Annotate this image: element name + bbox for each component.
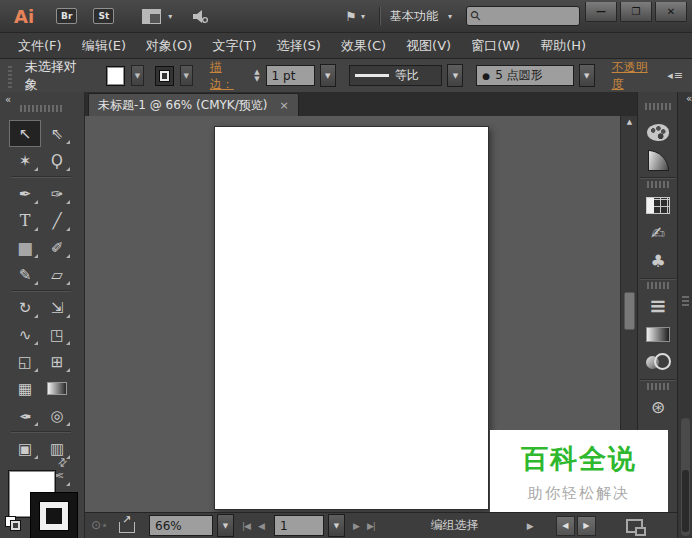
device-preview-icon[interactable]: ⊙﹡ xyxy=(91,517,109,534)
stroke-width-input[interactable]: 1 pt xyxy=(266,65,315,86)
swap-fill-stroke-icon[interactable]: ⇄ xyxy=(55,455,71,471)
scale-tool[interactable]: ⇲ xyxy=(41,294,73,321)
stroke-width-dropdown-icon[interactable]: ▼ xyxy=(320,64,336,87)
stepper-down-icon[interactable]: ▼ xyxy=(254,76,259,83)
fill-color-dropdown-icon[interactable]: ▼ xyxy=(131,65,144,86)
panel-scrollbar-thumb[interactable] xyxy=(682,470,689,532)
artboard[interactable] xyxy=(214,126,489,510)
stroke-profile-select[interactable]: 等比 xyxy=(349,65,443,86)
brushes-panel[interactable]: ✍ xyxy=(638,219,678,247)
document-tab[interactable]: 未标题-1 @ 66% (CMYK/预览) × xyxy=(88,93,299,116)
gradient-panel[interactable] xyxy=(638,320,678,348)
brush-select[interactable]: ● 5 点圆形 xyxy=(476,65,573,86)
menu-edit[interactable]: 编辑(E) xyxy=(72,37,136,55)
arrange-documents-icon[interactable] xyxy=(142,9,161,24)
eraser-tool[interactable]: ▱ xyxy=(41,261,73,288)
notifications-caret-icon[interactable]: ▾ xyxy=(361,12,365,21)
vertical-scrollbar-thumb[interactable] xyxy=(624,292,635,330)
fill-color-swatch[interactable] xyxy=(106,66,125,86)
panel-scrollbar-track[interactable] xyxy=(681,418,690,536)
stroke-color-dropdown-icon[interactable]: ▼ xyxy=(180,65,193,86)
dock-group-grip[interactable] xyxy=(647,181,669,188)
width-tool[interactable]: ∿ xyxy=(9,321,41,348)
stroke-panel[interactable]: ≡ xyxy=(638,292,678,320)
search-input[interactable] xyxy=(484,9,575,24)
zoom-level-select[interactable]: 66% xyxy=(149,515,213,536)
menu-view[interactable]: 视图(V) xyxy=(396,37,461,55)
pencil-tool[interactable]: ✎ xyxy=(9,261,41,288)
line-segment-tool[interactable]: ╱ xyxy=(41,207,73,234)
menu-object[interactable]: 对象(O) xyxy=(136,37,202,55)
opacity-panel-link[interactable]: 不透明度 xyxy=(612,59,657,93)
menu-type[interactable]: 文字(T) xyxy=(202,37,266,55)
symbols-panel[interactable]: ♣ xyxy=(638,247,678,275)
tools-panel-grip[interactable] xyxy=(20,105,64,112)
control-panel-menu-icon[interactable]: ◂≡ xyxy=(667,69,684,82)
strip-grip[interactable] xyxy=(682,295,689,306)
eyedropper-tool[interactable]: ✒ xyxy=(9,402,41,429)
magic-wand-tool[interactable]: ✶ xyxy=(9,147,41,174)
paintbrush-tool[interactable]: ✐ xyxy=(41,234,73,261)
prev-artboard-button[interactable]: ◀ xyxy=(254,521,268,531)
status-flyout-icon[interactable]: ▶ xyxy=(527,521,534,531)
stroke-profile-dropdown-icon[interactable]: ▼ xyxy=(447,64,463,87)
dock-group-grip[interactable] xyxy=(647,282,669,289)
free-transform-tool[interactable]: ◳ xyxy=(41,321,73,348)
menu-window[interactable]: 窗口(W) xyxy=(461,37,530,55)
menu-file[interactable]: 文件(F) xyxy=(8,37,72,55)
swatches-panel[interactable] xyxy=(638,191,678,219)
first-artboard-button[interactable]: |◀ xyxy=(238,521,254,531)
notifications-icon[interactable]: ⚑ xyxy=(345,9,357,24)
default-fill-stroke-icon[interactable] xyxy=(5,516,21,530)
perspective-grid-tool[interactable]: ⊞ xyxy=(41,348,73,375)
artboard-number-input[interactable]: 1 xyxy=(274,515,324,536)
sync-settings-icon[interactable] xyxy=(192,9,208,24)
rectangle-tool[interactable]: ■ xyxy=(9,234,41,261)
type-tool[interactable]: T xyxy=(9,207,41,234)
stroke-indicator-swatch[interactable] xyxy=(30,492,78,538)
shape-builder-tool[interactable]: ◱ xyxy=(9,348,41,375)
curvature-pen-tool[interactable]: ✑ xyxy=(41,180,73,207)
brush-dropdown-icon[interactable]: ▼ xyxy=(579,64,595,87)
scroll-up-icon[interactable]: ▲ xyxy=(621,118,638,126)
gradient-tool[interactable] xyxy=(41,375,73,402)
tab-close-icon[interactable]: × xyxy=(279,99,288,112)
lasso-tool[interactable]: Ϙ xyxy=(41,147,73,174)
workspace-switcher[interactable]: 基本功能 ▾ xyxy=(390,8,456,25)
direct-selection-tool[interactable]: ⇖ xyxy=(41,120,73,147)
dock-group-grip[interactable] xyxy=(647,383,669,390)
last-artboard-button[interactable]: ▶| xyxy=(363,521,379,531)
selection-tool[interactable]: ↖ xyxy=(9,120,41,147)
search-box[interactable]: ⚲ xyxy=(466,6,580,26)
collapse-dock-icon[interactable]: « xyxy=(686,94,691,104)
control-bar-grip[interactable] xyxy=(8,64,12,88)
bridge-button[interactable]: Br xyxy=(56,8,77,24)
collapse-tools-icon[interactable]: « xyxy=(5,95,10,105)
menu-effect[interactable]: 效果(C) xyxy=(331,37,396,55)
gradient-fan-panel[interactable] xyxy=(638,146,678,174)
close-button[interactable]: ✕ xyxy=(655,2,687,22)
blend-tool[interactable]: ◎ xyxy=(41,402,73,429)
cc-panel[interactable]: ⊛ xyxy=(638,393,678,421)
dock-grip[interactable] xyxy=(645,103,671,110)
next-artboard-button[interactable]: ▶ xyxy=(349,521,363,531)
stock-button[interactable]: St xyxy=(93,8,114,24)
pen-tool[interactable]: ✒ xyxy=(9,180,41,207)
stroke-panel-link[interactable]: 描边： xyxy=(210,59,243,93)
arrange-documents-caret-icon[interactable]: ▾ xyxy=(168,12,172,21)
stroke-width-stepper[interactable]: ▲ ▼ xyxy=(254,69,259,83)
menu-help[interactable]: 帮助(H) xyxy=(530,37,596,55)
scroll-right-button[interactable]: ▶ xyxy=(577,516,596,536)
rotate-tool[interactable]: ↻ xyxy=(9,294,41,321)
mesh-tool[interactable]: ▦ xyxy=(9,375,41,402)
artboard-dropdown-icon[interactable]: ▼ xyxy=(328,514,345,537)
maximize-button[interactable]: ❐ xyxy=(620,2,652,22)
zoom-dropdown-icon[interactable]: ▼ xyxy=(217,514,234,537)
minimize-button[interactable]: — xyxy=(585,2,617,22)
color-panel[interactable] xyxy=(638,118,678,146)
scroll-left-button[interactable]: ◀ xyxy=(556,516,575,536)
stroke-color-swatch[interactable] xyxy=(155,66,174,86)
transparency-panel[interactable] xyxy=(638,348,678,376)
menu-select[interactable]: 选择(S) xyxy=(266,37,330,55)
share-icon[interactable] xyxy=(119,522,135,533)
